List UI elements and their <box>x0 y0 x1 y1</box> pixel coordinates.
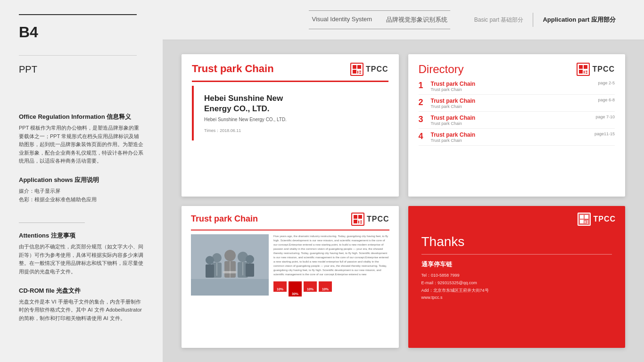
top-rule <box>19 14 137 15</box>
app-shows-block: Application shows 应用说明 媒介：电子显示屏 色彩：根据企业标… <box>19 176 144 204</box>
cdrom-title: CD-ROM file 光盘文件 <box>19 287 144 295</box>
nav-divider <box>533 13 533 27</box>
tpcc-icon-3 <box>351 213 364 226</box>
dir-pages-4: page11-15 <box>594 132 615 136</box>
svg-rect-43 <box>585 221 586 223</box>
svg-rect-10 <box>579 70 583 74</box>
svg-rect-6 <box>357 71 358 74</box>
slide4-website: www.tpcc.s <box>421 295 612 300</box>
svg-rect-15 <box>354 215 357 219</box>
app-shows-text1: 媒介：电子显示屏 <box>19 187 144 196</box>
svg-rect-19 <box>360 222 362 223</box>
svg-point-22 <box>224 250 236 261</box>
tpcc-icon <box>350 63 363 76</box>
header-rule-bottom <box>309 29 450 29</box>
header-title-en: Visual Identity System <box>312 16 372 24</box>
slide2-header: Directory TPCC <box>419 63 615 76</box>
dir-texts-2: Trust park Chain Trust park Chain <box>431 98 594 109</box>
dir-main-1: Trust park Chain <box>431 81 594 87</box>
app-shows-text2: 色彩：根据企业标准色辅助色应用 <box>19 196 144 204</box>
dir-sub-4: Trust park Chain <box>431 138 591 143</box>
slide1-red-bar <box>192 81 388 82</box>
slide-4: TPCC Thanks 通享停车链 Tel：010-5858 7999 E-ma… <box>408 206 626 348</box>
dir-main-4: Trust park Chain <box>431 132 591 138</box>
dir-num-2: 2 <box>419 98 427 107</box>
svg-rect-8 <box>579 65 583 69</box>
dir-num-3: 3 <box>419 115 427 124</box>
header-rule-top <box>309 10 450 11</box>
slide1-date: Times：2018.06.11 <box>204 128 378 134</box>
dir-sub-2: Trust park Chain <box>431 104 594 109</box>
app-shows-title: Application shows 应用说明 <box>19 176 144 184</box>
attentions-text: 由于信息的不确定性，此页部分规范（如文字大小、间距等）可作为参考使用，具体可根据… <box>19 243 144 276</box>
slide3-text-col: Five years ago, the dramatic industry re… <box>273 234 389 342</box>
dir-num-1: 1 <box>419 81 427 90</box>
svg-rect-18 <box>360 221 362 222</box>
svg-rect-3 <box>353 70 356 74</box>
tpcc-icon-2 <box>577 63 590 76</box>
slide4-logo: TPCC <box>578 213 616 226</box>
slide4-addr: Add：北京市东城区王府井大街74号 <box>421 288 612 294</box>
svg-point-30 <box>246 255 254 263</box>
svg-rect-1 <box>353 65 356 69</box>
page-id: B4 <box>19 24 144 41</box>
dir-main-2: Trust park Chain <box>431 98 594 104</box>
cdrom-text: 光盘文件是本 VI 手册电子文件的集合，内含手册制作时的专用软件格式文件。其中 … <box>19 298 144 323</box>
svg-rect-5 <box>359 73 361 74</box>
slide1-top: Trust park Chain TPCC <box>182 54 399 81</box>
svg-rect-4 <box>359 71 361 72</box>
slide1-logo: TPCC <box>350 63 388 76</box>
svg-rect-39 <box>585 215 588 219</box>
svg-rect-38 <box>580 215 584 219</box>
svg-rect-37 <box>578 213 590 225</box>
slide-2: Directory TPCC 1 <box>408 54 626 197</box>
divider <box>19 222 85 223</box>
svg-rect-36 <box>191 279 269 296</box>
svg-rect-0 <box>351 63 363 75</box>
svg-point-28 <box>206 256 214 264</box>
slide4-tel: Tel：010-5858 7999 <box>421 272 612 279</box>
bar-4: 10% <box>319 281 332 292</box>
slide-3: Trust park Chain TPCC <box>182 206 399 348</box>
svg-rect-31 <box>246 263 254 277</box>
slide2-logo-text: TPCC <box>592 65 615 74</box>
slide4-cn-title: 通享停车链 <box>408 260 626 272</box>
slide2-logo: TPCC <box>577 63 615 76</box>
slide4-top: TPCC <box>408 206 626 226</box>
slide3-red-bar <box>191 230 389 230</box>
slide1-company-sub: Hebei Sunshine New Energy CO., LTD. <box>204 117 378 122</box>
slide4-email: E-mail：929315325@qq.com <box>421 280 612 286</box>
svg-rect-17 <box>354 220 357 223</box>
dir-item-3: 3 Trust park Chain Trust park Chain page… <box>419 115 615 129</box>
dir-sub-1: Trust park Chain <box>431 87 594 92</box>
dir-sub-3: Trust park Chain <box>431 121 592 126</box>
slide3-title: Trust park Chain <box>191 214 258 224</box>
svg-rect-2 <box>357 65 361 69</box>
header-title-cn: 品牌视觉形象识别系统 <box>386 16 447 24</box>
dir-num-4: 4 <box>419 132 427 141</box>
sidebar: B4 PPT Office Regulation Information 信息释… <box>0 0 163 362</box>
office-reg-title: Office Regulation Information 信息释义 <box>19 113 144 121</box>
nav-basic: Basic part 基础部分 <box>474 16 524 24</box>
slide1-title: Trust park Chain <box>192 63 274 75</box>
attentions-block: Attentions 注意事项 由于信息的不确定性，此页部分规范（如文字大小、间… <box>19 231 144 276</box>
slide4-contacts: Tel：010-5858 7999 E-mail：929315325@qq.co… <box>408 272 626 300</box>
svg-rect-20 <box>358 221 359 223</box>
slide1-company-name: Hebei Sunshine New Energy CO., LTD. <box>204 93 378 114</box>
slide3-photo <box>191 234 269 296</box>
cdrom-block: CD-ROM file 光盘文件 光盘文件是本 VI 手册电子文件的集合，内含手… <box>19 287 144 323</box>
dir-item-2: 2 Trust park Chain Trust park Chain page… <box>419 98 615 112</box>
directory-list: 1 Trust park Chain Trust park Chain page… <box>419 81 615 146</box>
slide4-rule <box>421 254 612 255</box>
header-bar: Visual Identity System 品牌视觉形象识别系统 Basic … <box>163 0 644 40</box>
main-content: Visual Identity System 品牌视觉形象识别系统 Basic … <box>163 0 644 362</box>
dir-texts-3: Trust park Chain Trust park Chain <box>431 115 592 126</box>
dir-item-4: 4 Trust park Chain Trust park Chain page… <box>419 132 615 146</box>
slide4-thanks: Thanks <box>408 226 626 254</box>
slide3-top: Trust park Chain TPCC <box>182 206 399 230</box>
svg-rect-40 <box>580 220 584 223</box>
bar-1: 10% <box>273 281 287 292</box>
nav-application: Application part 应用部分 <box>543 16 616 24</box>
dir-pages-2: page 6-8 <box>598 98 615 102</box>
section-title: PPT <box>19 64 144 75</box>
